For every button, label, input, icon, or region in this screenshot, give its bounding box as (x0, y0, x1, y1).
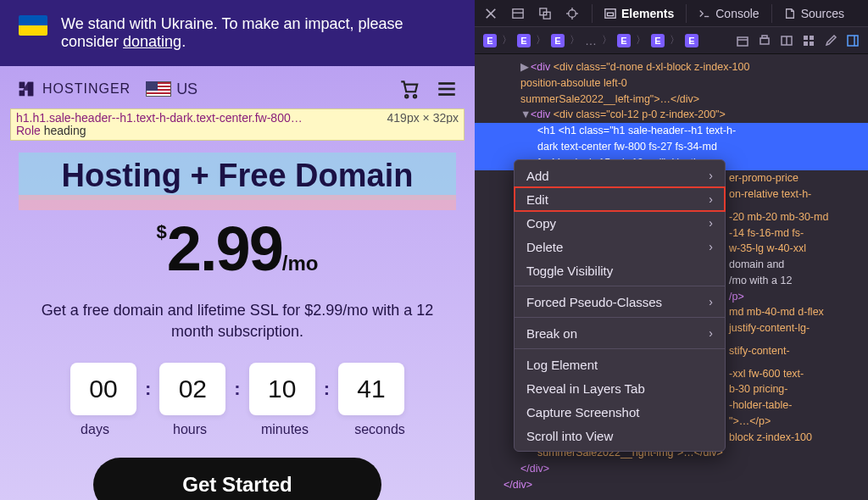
tooltip-role-value: heading (44, 124, 86, 137)
ctx-break-on[interactable]: Break on› (515, 321, 725, 345)
ctx-copy[interactable]: Copy› (515, 211, 725, 235)
devtools-pane: Elements Console Sources E〉 E〉 E〉 …〉 E〉 … (475, 0, 868, 500)
selected-dom-node[interactable]: <h1 <h1 class="h1 sale-header--h1 text-h… (475, 123, 868, 139)
donating-link[interactable]: donating (123, 33, 181, 50)
svg-rect-19 (605, 8, 615, 18)
label-minutes: minutes (252, 422, 318, 437)
timer-minutes: 10 (249, 363, 315, 415)
svg-rect-20 (608, 13, 614, 16)
timer-seconds: 41 (338, 363, 404, 415)
timer-labels: days hours minutes seconds (0, 422, 475, 437)
ctx-scroll-into-view[interactable]: Scroll into View (515, 424, 725, 447)
label-days: days (62, 422, 128, 437)
overlap-icon[interactable] (537, 6, 553, 21)
price-amount: 2.99 (167, 214, 282, 284)
ctx-toggle-visibility[interactable]: Toggle Visibility (515, 258, 725, 282)
svg-rect-31 (810, 42, 814, 46)
brand-logo[interactable]: HOSTINGER (17, 80, 131, 98)
ukraine-flag-icon (19, 15, 47, 36)
brand-name: HOSTINGER (42, 81, 131, 97)
svg-rect-32 (848, 36, 858, 46)
label-seconds: seconds (347, 422, 413, 437)
target-icon[interactable] (565, 6, 580, 21)
ctx-reveal-layers[interactable]: Reveal in Layers Tab (515, 376, 725, 400)
banner-text-post: . (181, 33, 186, 50)
page-headline: Hosting + Free Domain (0, 153, 475, 199)
sub-text: Get a free domain and lifetime SSL for $… (25, 300, 449, 342)
svg-point-14 (569, 9, 576, 17)
svg-rect-24 (760, 38, 769, 44)
cart-icon[interactable] (398, 78, 420, 100)
ctx-add[interactable]: Add› (515, 164, 725, 187)
svg-rect-25 (762, 36, 767, 38)
svg-rect-29 (810, 36, 814, 40)
price-currency: $ (157, 221, 167, 242)
countdown-timer: 00 : 02 : 10 : 41 (0, 363, 475, 415)
panel-icon[interactable] (846, 34, 860, 47)
price-period: /mo (282, 252, 319, 275)
ctx-delete[interactable]: Delete› (515, 235, 725, 258)
devtools-subtoolbar: E〉 E〉 E〉 …〉 E〉 E〉 E (475, 27, 868, 54)
svg-rect-0 (19, 82, 25, 88)
svg-rect-22 (737, 37, 748, 46)
apps-icon[interactable] (802, 34, 815, 47)
website-pane: We stand with Ukraine. To make an impact… (0, 0, 475, 500)
ctx-capture-screenshot[interactable]: Capture Screenshot (515, 400, 725, 424)
locale-switcher[interactable]: US (146, 81, 198, 98)
hostinger-icon (17, 80, 36, 98)
breadcrumb[interactable]: E〉 E〉 E〉 …〉 E〉 E〉 E (483, 33, 698, 47)
svg-rect-28 (804, 36, 808, 40)
tooltip-dimensions: 419px × 32px (387, 111, 459, 124)
svg-point-4 (414, 95, 416, 97)
locale-label: US (176, 81, 198, 98)
site-topbar: HOSTINGER US (0, 66, 475, 102)
close-icon[interactable] (483, 6, 498, 21)
dock-icon[interactable] (510, 6, 526, 21)
tab-elements[interactable]: Elements (604, 7, 674, 20)
svg-rect-1 (28, 82, 33, 97)
tab-console[interactable]: Console (698, 7, 759, 20)
inspector-tooltip: h1.h1.sale-header--h1.text-h-dark.text-c… (10, 108, 465, 141)
banner-text: We stand with Ukraine. To make an impact… (61, 15, 403, 50)
label-hours: hours (157, 422, 223, 437)
svg-rect-10 (513, 8, 523, 18)
timer-hours: 02 (159, 363, 225, 415)
get-started-button[interactable]: Get Started (93, 458, 381, 500)
ctx-forced-pseudo[interactable]: Forced Pseudo-Classes› (515, 290, 725, 314)
ctx-edit[interactable]: Edit› (515, 187, 725, 211)
svg-point-3 (405, 95, 408, 97)
timer-days: 00 (70, 363, 136, 415)
ctx-log-element[interactable]: Log Element (515, 353, 725, 376)
brush-icon[interactable] (824, 34, 837, 47)
tooltip-selector: h1.h1.sale-header--h1.text-h-dark.text-c… (16, 111, 303, 124)
svg-rect-30 (804, 42, 808, 46)
price-block: $2.99/mo (0, 213, 475, 285)
hamburger-icon[interactable] (436, 78, 458, 100)
context-menu: Add› Edit› Copy› Delete› Toggle Visibili… (514, 159, 726, 452)
us-flag-icon (146, 81, 171, 97)
tab-sources[interactable]: Sources (784, 7, 844, 20)
grid-icon[interactable] (780, 34, 793, 47)
refresh-icon[interactable] (736, 34, 749, 47)
print-icon[interactable] (758, 34, 771, 47)
svg-rect-2 (19, 91, 25, 96)
devtools-toolbar: Elements Console Sources (475, 0, 868, 27)
ukraine-banner: We stand with Ukraine. To make an impact… (0, 0, 475, 66)
tooltip-role-label: Role (16, 124, 41, 137)
